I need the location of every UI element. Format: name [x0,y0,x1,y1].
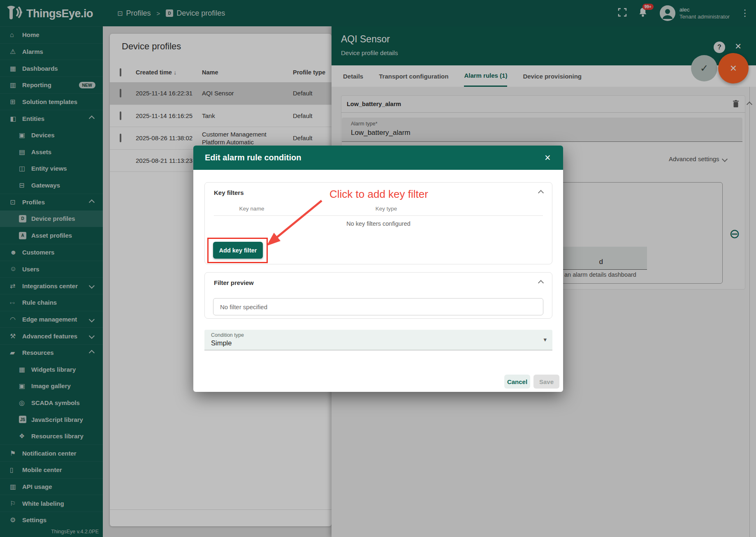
key-name-column: Key name [239,206,264,212]
filter-preview-box[interactable]: No filter specified [213,298,543,315]
dropdown-caret-icon: ▾ [543,336,547,343]
key-filters-card: Key filters Key name Key type No key fil… [204,182,552,264]
condition-type-select[interactable]: Condition type Simple ▾ [204,330,552,350]
close-dialog-icon[interactable]: × [545,152,551,164]
save-button[interactable]: Save [533,375,559,389]
key-filters-title: Key filters [214,189,244,196]
dialog-title: Edit alarm rule condition [205,153,301,162]
no-key-filters-text: No key filters configured [205,220,552,227]
column-divider [214,215,543,216]
app-root: ThingsEye.io ⊡ Profiles > D Device profi… [0,0,756,537]
dialog-header: Edit alarm rule condition × [193,146,563,170]
add-key-filter-button[interactable]: Add key filter [213,242,263,259]
no-filter-text: No filter specified [220,303,267,310]
edit-alarm-rule-condition-dialog: Edit alarm rule condition × Key filters … [193,146,563,392]
filter-preview-title: Filter preview [214,279,254,286]
collapse-filter-preview-icon[interactable] [538,280,544,286]
key-type-column: Key type [376,206,397,212]
condition-type-label: Condition type [211,332,244,338]
filter-preview-card: Filter preview No filter specified [204,272,552,319]
condition-type-value: Simple [211,339,232,347]
collapse-key-filters-icon[interactable] [538,190,544,196]
cancel-button[interactable]: Cancel [504,375,530,389]
